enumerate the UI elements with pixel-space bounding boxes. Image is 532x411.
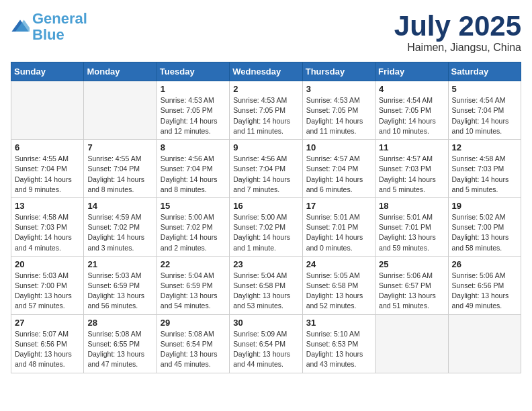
calendar-week-2: 6Sunrise: 4:55 AM Sunset: 7:04 PM Daylig… xyxy=(11,140,521,198)
day-number: 9 xyxy=(233,142,298,152)
day-info: Sunrise: 4:53 AM Sunset: 7:05 PM Dayligh… xyxy=(161,95,226,136)
calendar-cell xyxy=(448,314,521,373)
day-info: Sunrise: 5:04 AM Sunset: 6:58 PM Dayligh… xyxy=(233,271,298,312)
day-number: 11 xyxy=(379,142,444,152)
calendar-cell: 2Sunrise: 4:53 AM Sunset: 7:05 PM Daylig… xyxy=(230,81,302,140)
logo-general: General xyxy=(32,10,87,27)
calendar-cell: 26Sunrise: 5:06 AM Sunset: 6:56 PM Dayli… xyxy=(448,256,521,314)
day-info: Sunrise: 5:00 AM Sunset: 7:02 PM Dayligh… xyxy=(161,212,226,253)
calendar-cell: 23Sunrise: 5:04 AM Sunset: 6:58 PM Dayli… xyxy=(230,256,302,314)
day-number: 13 xyxy=(15,201,80,211)
calendar-week-3: 13Sunrise: 4:58 AM Sunset: 7:03 PM Dayli… xyxy=(11,197,521,256)
logo-blue: Blue xyxy=(32,26,64,43)
day-info: Sunrise: 4:57 AM Sunset: 7:04 PM Dayligh… xyxy=(306,154,371,195)
day-number: 12 xyxy=(452,142,517,152)
day-number: 24 xyxy=(306,259,371,269)
calendar-cell: 25Sunrise: 5:06 AM Sunset: 6:57 PM Dayli… xyxy=(375,256,448,314)
calendar-cell: 3Sunrise: 4:53 AM Sunset: 7:05 PM Daylig… xyxy=(302,81,375,140)
logo: General Blue xyxy=(11,11,87,43)
day-info: Sunrise: 4:56 AM Sunset: 7:04 PM Dayligh… xyxy=(233,154,298,195)
calendar-week-5: 27Sunrise: 5:07 AM Sunset: 6:56 PM Dayli… xyxy=(11,314,521,373)
logo-icon xyxy=(11,17,30,36)
day-number: 1 xyxy=(161,84,226,94)
day-info: Sunrise: 4:56 AM Sunset: 7:04 PM Dayligh… xyxy=(161,154,226,195)
calendar-cell: 28Sunrise: 5:08 AM Sunset: 6:55 PM Dayli… xyxy=(84,314,157,373)
day-number: 4 xyxy=(379,84,444,94)
day-number: 31 xyxy=(306,318,371,328)
day-number: 21 xyxy=(87,259,152,269)
month-title: July 2025 xyxy=(394,11,521,42)
calendar-cell xyxy=(375,314,448,373)
day-info: Sunrise: 5:06 AM Sunset: 6:57 PM Dayligh… xyxy=(379,271,444,312)
calendar-cell: 7Sunrise: 4:55 AM Sunset: 7:04 PM Daylig… xyxy=(84,140,157,198)
day-info: Sunrise: 4:53 AM Sunset: 7:05 PM Dayligh… xyxy=(233,95,298,136)
day-number: 6 xyxy=(15,142,80,152)
calendar-cell: 27Sunrise: 5:07 AM Sunset: 6:56 PM Dayli… xyxy=(11,314,84,373)
day-info: Sunrise: 5:03 AM Sunset: 7:00 PM Dayligh… xyxy=(15,271,80,312)
day-number: 27 xyxy=(15,318,80,328)
calendar-cell: 13Sunrise: 4:58 AM Sunset: 7:03 PM Dayli… xyxy=(11,197,84,256)
calendar-header-friday: Friday xyxy=(375,62,448,81)
day-number: 18 xyxy=(379,201,444,211)
day-number: 22 xyxy=(161,259,226,269)
day-number: 26 xyxy=(452,259,517,269)
calendar-cell: 9Sunrise: 4:56 AM Sunset: 7:04 PM Daylig… xyxy=(230,140,302,198)
day-info: Sunrise: 4:57 AM Sunset: 7:03 PM Dayligh… xyxy=(379,154,444,195)
calendar-cell: 11Sunrise: 4:57 AM Sunset: 7:03 PM Dayli… xyxy=(375,140,448,198)
day-info: Sunrise: 4:53 AM Sunset: 7:05 PM Dayligh… xyxy=(306,95,371,136)
day-number: 30 xyxy=(233,318,298,328)
day-number: 28 xyxy=(87,318,152,328)
day-info: Sunrise: 4:55 AM Sunset: 7:04 PM Dayligh… xyxy=(15,154,80,195)
calendar-cell xyxy=(84,81,157,140)
title-area: July 2025 Haimen, Jiangsu, China xyxy=(394,11,521,54)
calendar-cell: 29Sunrise: 5:08 AM Sunset: 6:54 PM Dayli… xyxy=(157,314,229,373)
day-info: Sunrise: 5:00 AM Sunset: 7:02 PM Dayligh… xyxy=(233,212,298,253)
calendar-cell: 20Sunrise: 5:03 AM Sunset: 7:00 PM Dayli… xyxy=(11,256,84,314)
day-number: 20 xyxy=(15,259,80,269)
day-info: Sunrise: 5:01 AM Sunset: 7:01 PM Dayligh… xyxy=(306,212,371,253)
day-number: 23 xyxy=(233,259,298,269)
calendar-header-wednesday: Wednesday xyxy=(230,62,302,81)
day-info: Sunrise: 5:01 AM Sunset: 7:01 PM Dayligh… xyxy=(379,212,444,253)
calendar-header-thursday: Thursday xyxy=(302,62,375,81)
day-number: 29 xyxy=(161,318,226,328)
calendar-cell: 31Sunrise: 5:10 AM Sunset: 6:53 PM Dayli… xyxy=(302,314,375,373)
calendar-cell: 15Sunrise: 5:00 AM Sunset: 7:02 PM Dayli… xyxy=(157,197,229,256)
day-number: 16 xyxy=(233,201,298,211)
calendar-cell: 16Sunrise: 5:00 AM Sunset: 7:02 PM Dayli… xyxy=(230,197,302,256)
day-info: Sunrise: 4:58 AM Sunset: 7:03 PM Dayligh… xyxy=(452,154,517,195)
day-info: Sunrise: 5:07 AM Sunset: 6:56 PM Dayligh… xyxy=(15,329,80,370)
day-info: Sunrise: 4:59 AM Sunset: 7:02 PM Dayligh… xyxy=(87,212,152,253)
calendar-cell: 10Sunrise: 4:57 AM Sunset: 7:04 PM Dayli… xyxy=(302,140,375,198)
day-number: 7 xyxy=(87,142,152,152)
day-info: Sunrise: 5:08 AM Sunset: 6:55 PM Dayligh… xyxy=(87,329,152,370)
day-info: Sunrise: 5:09 AM Sunset: 6:54 PM Dayligh… xyxy=(233,329,298,370)
calendar-header-row: SundayMondayTuesdayWednesdayThursdayFrid… xyxy=(11,62,521,81)
calendar-cell: 30Sunrise: 5:09 AM Sunset: 6:54 PM Dayli… xyxy=(230,314,302,373)
calendar-cell: 5Sunrise: 4:54 AM Sunset: 7:04 PM Daylig… xyxy=(448,81,521,140)
day-number: 10 xyxy=(306,142,371,152)
day-info: Sunrise: 5:03 AM Sunset: 6:59 PM Dayligh… xyxy=(87,271,152,312)
calendar-cell: 18Sunrise: 5:01 AM Sunset: 7:01 PM Dayli… xyxy=(375,197,448,256)
day-info: Sunrise: 5:10 AM Sunset: 6:53 PM Dayligh… xyxy=(306,329,371,370)
calendar-cell: 6Sunrise: 4:55 AM Sunset: 7:04 PM Daylig… xyxy=(11,140,84,198)
day-number: 15 xyxy=(161,201,226,211)
calendar-cell: 22Sunrise: 5:04 AM Sunset: 6:59 PM Dayli… xyxy=(157,256,229,314)
calendar-week-4: 20Sunrise: 5:03 AM Sunset: 7:00 PM Dayli… xyxy=(11,256,521,314)
header: General Blue July 2025 Haimen, Jiangsu, … xyxy=(11,11,521,54)
calendar-cell: 1Sunrise: 4:53 AM Sunset: 7:05 PM Daylig… xyxy=(157,81,229,140)
logo-text: General Blue xyxy=(32,11,87,43)
location: Haimen, Jiangsu, China xyxy=(394,42,521,54)
calendar-header-tuesday: Tuesday xyxy=(157,62,229,81)
calendar-cell: 19Sunrise: 5:02 AM Sunset: 7:00 PM Dayli… xyxy=(448,197,521,256)
day-number: 19 xyxy=(452,201,517,211)
day-info: Sunrise: 5:04 AM Sunset: 6:59 PM Dayligh… xyxy=(161,271,226,312)
day-info: Sunrise: 5:02 AM Sunset: 7:00 PM Dayligh… xyxy=(452,212,517,253)
calendar-cell: 21Sunrise: 5:03 AM Sunset: 6:59 PM Dayli… xyxy=(84,256,157,314)
day-info: Sunrise: 5:08 AM Sunset: 6:54 PM Dayligh… xyxy=(161,329,226,370)
day-info: Sunrise: 4:55 AM Sunset: 7:04 PM Dayligh… xyxy=(87,154,152,195)
calendar-header-monday: Monday xyxy=(84,62,157,81)
calendar-cell xyxy=(11,81,84,140)
day-info: Sunrise: 5:06 AM Sunset: 6:56 PM Dayligh… xyxy=(452,271,517,312)
day-number: 17 xyxy=(306,201,371,211)
